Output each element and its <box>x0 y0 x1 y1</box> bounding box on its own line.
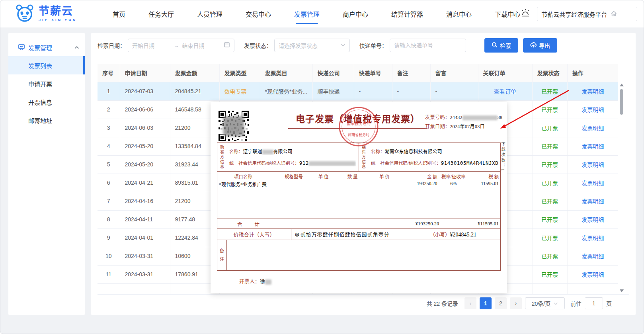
sidebar-group-invoice-mgmt[interactable]: 发票管理 <box>8 39 85 56</box>
col-header-status: 发票状态 <box>532 64 567 82</box>
cell-remark: - <box>397 88 399 94</box>
filter-bar: 检索日期： 开始日期 → 结束日期 发票状态： 请选择发票状态 <box>98 38 629 53</box>
platform-select[interactable]: 节薪云共享经济服务平台 <box>537 7 637 21</box>
sidebar: 发票管理 发票列表 申请开票 开票信息 邮寄地址 <box>8 33 85 315</box>
status-badge: 已开票 <box>541 235 558 241</box>
goto-suffix: 页 <box>606 299 612 307</box>
page-size-select[interactable]: 20条/页 <box>525 297 565 309</box>
export-cloud-icon <box>530 42 537 49</box>
status-badge: 已开票 <box>541 125 558 131</box>
nav-item-home[interactable]: 首页 <box>113 0 125 27</box>
cell-index: 5 <box>107 161 110 168</box>
invoice-grand-total-row: 价税合计（大写） ⊗ 贰拾万零肆仟捌佰肆拾伍圆贰角壹分 （小写）¥204845.… <box>217 229 500 240</box>
invoice-item-row: *现代服务*业务推广费 193250.20 6% 11595.01 <box>217 180 500 188</box>
nav-item-task-hall[interactable]: 任务大厅 <box>148 0 174 27</box>
goto-page-input[interactable] <box>585 297 603 309</box>
calendar-icon <box>224 41 230 49</box>
cell-message: - <box>435 88 437 94</box>
cell-amount: 204845.21 <box>175 88 201 94</box>
pagination-bar: 共 22 条记录 ‹ 1 2 › 20条/页 前往 页 <box>98 295 629 312</box>
nav-item-download-center[interactable]: 下载中心 <box>495 0 520 27</box>
next-page-button[interactable]: › <box>510 297 522 309</box>
col-header-type: 发票类型 <box>219 64 260 82</box>
invoice-detail-link[interactable]: 发票明细 <box>582 235 604 241</box>
col-header-related-order: 关联订单 <box>478 64 532 82</box>
status-badge: 已开票 <box>541 253 558 260</box>
sidebar-item-apply-invoice[interactable]: 申请开票 <box>8 74 85 93</box>
sidebar-item-mailing-address[interactable]: 邮寄地址 <box>8 111 85 129</box>
col-header-remark: 备注 <box>392 64 430 82</box>
tax-bureau-stamp: 国家税务总局 湖南省税务局 <box>337 105 380 148</box>
buyer-vertical-label: 购买方信息 <box>217 143 227 171</box>
nav-item-merchant-center[interactable]: 商户中心 <box>343 0 368 27</box>
rmb-circle-symbol: ⊗ <box>295 231 300 238</box>
view-order-link[interactable]: 查看订单 <box>494 88 516 95</box>
board-chart-icon <box>18 43 25 52</box>
nav-item-settlement-calculator[interactable]: 结算计算器 <box>391 0 423 27</box>
invoice-detail-link[interactable]: 发票明细 <box>582 107 604 113</box>
redacted-buyer-name <box>262 150 273 154</box>
nav-item-trade-center[interactable]: 交易中心 <box>246 0 271 27</box>
status-badge: 已开票 <box>541 271 558 278</box>
item-tax-rate: 6% <box>437 181 470 188</box>
chevron-up-icon <box>74 44 79 51</box>
sidebar-item-invoice-info[interactable]: 开票信息 <box>8 93 85 111</box>
item-name: *现代服务*业务推广费 <box>219 181 278 188</box>
cell-index: 6 <box>107 180 110 186</box>
cell-apply-date: 2024-05-20 <box>125 161 154 168</box>
invoice-detail-link[interactable]: 发票明细 <box>582 198 604 205</box>
nav-item-personnel[interactable]: 人员管理 <box>197 0 222 27</box>
col-header-amount: 发票金额 <box>170 64 219 82</box>
cell-apply-date: 2024-04-11 <box>125 216 153 223</box>
scroll-up-arrow-icon[interactable] <box>620 84 624 86</box>
col-header-apply-date: 申请日期 <box>120 64 170 82</box>
col-header-action: 操作 <box>567 64 618 82</box>
export-button[interactable]: 导出 <box>523 38 557 53</box>
tracking-number-input[interactable] <box>390 39 466 52</box>
status-filter-label: 发票状态： <box>244 41 272 49</box>
invoice-detail-link[interactable]: 发票明细 <box>582 271 604 278</box>
invoice-date-label: 开票日期： <box>425 124 450 129</box>
invoice-detail-link[interactable]: 发票明细 <box>582 162 604 168</box>
status-badge: 已开票 <box>541 143 558 150</box>
scrollbar-thumb[interactable] <box>620 89 623 115</box>
total-tax: ¥11595.01 <box>439 221 499 227</box>
cell-index: 10 <box>105 253 112 259</box>
nav-item-invoice-mgmt[interactable]: 发票管理 <box>294 0 320 27</box>
invoice-detail-link[interactable]: 发票明细 <box>582 88 604 95</box>
nav-item-message-center[interactable]: 消息中心 <box>446 0 472 27</box>
seller-section: 销售方信息 名称：湖南众东信息科技有限公司 统一社会信用代码/纳税人识别号：91… <box>359 143 500 171</box>
cell-index: 2 <box>107 106 110 113</box>
status-placeholder: 请选择发票状态 <box>279 41 341 49</box>
remark-vertical-label: 备注 <box>217 240 227 270</box>
seller-vertical-label: 销售方信息 <box>359 143 369 171</box>
app-logo[interactable]: 节薪云 JIE XIN YUN <box>15 4 106 24</box>
cell-amount: 12242.84 <box>175 234 198 241</box>
invoice-issuer: 开票人：徐 <box>239 277 271 285</box>
prev-page-button[interactable]: ‹ <box>464 297 476 309</box>
main-menu: 首页 任务大厅 人员管理 交易中心 发票管理 商户中心 结算计算器 消息中心 下… <box>113 0 520 27</box>
date-range-picker[interactable]: 开始日期 → 结束日期 <box>128 39 234 52</box>
scroll-down-arrow-icon[interactable] <box>620 289 624 292</box>
invoice-detail-link[interactable]: 发票明细 <box>582 125 604 131</box>
cell-apply-date: 2024-05-20 <box>125 143 154 149</box>
alarm-bell-icon[interactable] <box>520 8 531 20</box>
cell-apply-date: 2024-06-06 <box>125 106 154 113</box>
table-row[interactable]: 12024-07-03204845.21数电专票*现代服务*业务...顺丰快递-… <box>98 82 618 100</box>
cell-amount: 133584.84 <box>175 143 201 149</box>
cell-category: *现代服务*业务... <box>265 88 308 95</box>
invoice-detail-link[interactable]: 发票明细 <box>582 180 604 186</box>
table-scrollbar[interactable] <box>619 82 624 294</box>
stamp-line1: 国家税务总局 <box>347 121 371 126</box>
page-button-2[interactable]: 2 <box>495 297 507 309</box>
invoice-detail-link[interactable]: 发票明细 <box>582 143 604 150</box>
invoice-detail-link[interactable]: 发票明细 <box>582 217 604 223</box>
invoice-detail-link[interactable]: 发票明细 <box>582 253 604 260</box>
search-button[interactable]: 检索 <box>484 38 518 53</box>
sidebar-item-invoice-list[interactable]: 发票列表 <box>8 56 85 74</box>
cell-index: 3 <box>107 125 110 131</box>
chevron-down-icon <box>554 301 558 306</box>
invoice-status-select[interactable]: 请选择发票状态 <box>274 39 350 52</box>
page-button-1[interactable]: 1 <box>480 297 492 309</box>
grand-total-in-words: 贰拾万零肆仟捌佰肆拾伍圆贰角壹分 <box>301 230 390 238</box>
